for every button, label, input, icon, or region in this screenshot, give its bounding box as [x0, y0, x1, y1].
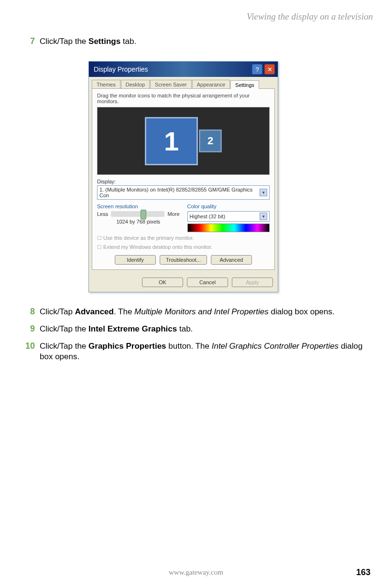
slider-thumb[interactable] — [141, 210, 146, 219]
color-quality-value: Highest (32 bit) — [190, 214, 226, 219]
extend-desktop-checkbox[interactable]: ☐ Extend my Windows desktop onto this mo… — [97, 244, 270, 250]
ok-button[interactable]: OK — [142, 278, 183, 287]
step-number: 9 — [22, 324, 35, 334]
identify-button[interactable]: Identify — [115, 255, 156, 265]
color-quality-label: Color quality — [187, 203, 270, 209]
page-number: 163 — [356, 567, 370, 577]
step-text: Click/Tap Advanced. The Multiple Monitor… — [40, 307, 335, 317]
step-text-pre: Click/Tap the — [40, 37, 88, 46]
resolution-slider[interactable] — [111, 211, 164, 217]
screen-resolution-label: Screen resolution — [97, 203, 180, 209]
step-text-italic: Multiple Monitors and Intel Properties — [134, 307, 269, 316]
step-10: 10 Click/Tap the Graphics Properties but… — [22, 341, 373, 362]
step-7: 7 Click/Tap the Settings tab. — [22, 36, 373, 47]
display-label: Display: — [97, 179, 270, 184]
close-button[interactable]: ✕ — [264, 64, 275, 75]
step-text-italic: Intel Graphics Controller Properties — [212, 342, 339, 351]
monitor-preview[interactable]: 1 2 — [97, 107, 270, 175]
drag-instruction: Drag the monitor icons to match the phys… — [97, 93, 270, 104]
step-text-bold: Settings — [88, 37, 120, 46]
step-8: 8 Click/Tap Advanced. The Multiple Monit… — [22, 307, 373, 317]
dialog-titlebar: Display Properties ? ✕ — [89, 62, 278, 77]
color-quality-combobox[interactable]: Highest (32 bit) ▾ — [187, 211, 270, 222]
slider-less-label: Less — [97, 211, 108, 217]
step-text-bold: Intel Extreme Graphics — [88, 324, 177, 333]
monitor-1-icon[interactable]: 1 — [145, 117, 198, 165]
slider-more-label: More — [167, 211, 179, 217]
step-text: Click/Tap the Settings tab. — [40, 36, 136, 47]
chevron-down-icon: ▾ — [260, 213, 267, 220]
dialog-title: Display Properties — [94, 65, 148, 73]
help-button[interactable]: ? — [252, 64, 262, 75]
tab-strip: Themes Desktop Screen Saver Appearance S… — [89, 77, 278, 88]
step-text-post: dialog box opens. — [269, 307, 335, 316]
step-text-pre: Click/Tap the — [40, 342, 88, 351]
page-header: Viewing the display on a television — [22, 11, 373, 22]
step-text-pre: Click/Tap the — [40, 324, 88, 333]
apply-button[interactable]: Apply — [232, 278, 273, 287]
step-text-post: tab. — [120, 37, 136, 46]
tab-desktop[interactable]: Desktop — [121, 80, 150, 88]
step-text-bold: Advanced — [75, 307, 114, 316]
primary-monitor-checkbox[interactable]: ☐ Use this device as the primary monitor… — [97, 235, 270, 241]
advanced-button[interactable]: Advanced — [211, 255, 252, 265]
resolution-value: 1024 by 768 pixels — [97, 219, 180, 225]
step-number: 10 — [22, 341, 35, 351]
display-combobox[interactable]: 1. (Multiple Monitors) on Intel(R) 82852… — [97, 185, 270, 200]
step-number: 7 — [22, 36, 35, 46]
step-number: 8 — [22, 307, 35, 317]
display-properties-dialog: Display Properties ? ✕ Themes Desktop Sc… — [88, 61, 278, 292]
tab-body: Drag the monitor icons to match the phys… — [92, 88, 275, 270]
chevron-down-icon: ▾ — [260, 189, 267, 196]
display-value: 1. (Multiple Monitors) on Intel(R) 82852… — [99, 187, 260, 198]
step-text-mid: . The — [114, 307, 134, 316]
tab-settings[interactable]: Settings — [230, 80, 259, 89]
checkbox-label: Extend my Windows desktop onto this moni… — [103, 244, 212, 250]
troubleshoot-button[interactable]: Troubleshoot... — [160, 255, 207, 265]
step-text-pre: Click/Tap — [40, 307, 75, 316]
tab-appearance[interactable]: Appearance — [192, 80, 230, 88]
step-text-bold: Graphics Properties — [88, 342, 166, 351]
step-text: Click/Tap the Graphics Properties button… — [40, 341, 373, 362]
checkbox-label: Use this device as the primary monitor. — [103, 235, 194, 241]
color-preview — [187, 224, 270, 232]
tab-themes[interactable]: Themes — [92, 80, 120, 88]
page-footer: www.gateway.com 163 — [0, 568, 392, 577]
step-text: Click/Tap the Intel Extreme Graphics tab… — [40, 324, 193, 334]
tab-screen-saver[interactable]: Screen Saver — [150, 80, 192, 88]
step-text-post: tab. — [177, 324, 193, 333]
cancel-button[interactable]: Cancel — [187, 278, 228, 287]
step-9: 9 Click/Tap the Intel Extreme Graphics t… — [22, 324, 373, 334]
monitor-2-icon[interactable]: 2 — [199, 129, 222, 152]
dialog-button-bar: OK Cancel Apply — [89, 273, 278, 292]
step-text-mid: button. The — [166, 342, 212, 351]
footer-url: www.gateway.com — [169, 568, 223, 577]
